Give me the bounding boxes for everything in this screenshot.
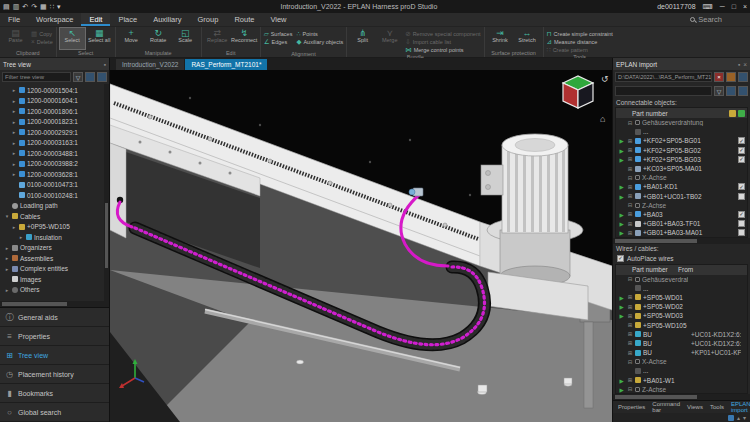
expander-icon[interactable]: ⊟ <box>627 120 633 126</box>
right-panel-tab[interactable]: EPLAN import <box>728 401 750 413</box>
wire-row[interactable]: ⊟ Z-Achse <box>616 385 747 393</box>
ribbon-button[interactable]: ⊓Create simple constraint <box>547 30 613 37</box>
wire-row[interactable]: ⊞ +SP05-WD03 <box>616 311 747 320</box>
place-arrow-icon[interactable] <box>618 183 625 190</box>
expander-icon[interactable]: ⊞ <box>627 304 633 310</box>
expander-icon[interactable]: ▸ <box>11 98 17 104</box>
expander-icon[interactable]: ⊞ <box>627 331 633 337</box>
wire-row[interactable]: ... <box>616 366 747 375</box>
expander-icon[interactable]: ▸ <box>4 287 10 293</box>
expander-icon[interactable]: ⊞ <box>627 184 633 190</box>
tree-horizontal-scrollbar[interactable] <box>0 301 109 307</box>
sidebar-nav-item[interactable]: ⓘ General aids <box>0 308 109 327</box>
expand-tree-icon[interactable] <box>726 86 736 96</box>
import-file-path[interactable]: D:\DATA\2022\...\RAS_Perform_MT2101.eb <box>615 72 712 82</box>
place-arrow-icon[interactable] <box>618 147 625 154</box>
wire-row[interactable]: ⊞ +BA01-W1 <box>616 376 747 385</box>
tree-item[interactable]: ▸ 1200-00001604:1 <box>0 96 109 107</box>
ribbon-button[interactable]: ⇩Import cable list <box>405 38 480 45</box>
tree-item[interactable]: ▸ Complex entities <box>0 264 109 275</box>
right-panel-tab[interactable]: Properties <box>615 404 648 410</box>
ribbon-button[interactable]: ⋈Merge control points <box>405 46 480 53</box>
place-arrow-icon[interactable] <box>618 303 625 310</box>
expander-icon[interactable]: ⊞ <box>627 377 633 383</box>
expander-icon[interactable]: ⊞ <box>627 147 633 153</box>
settings-icon[interactable] <box>738 86 748 96</box>
row-checkbox[interactable] <box>738 183 745 190</box>
connectable-row[interactable]: ⊟ Gehäuseverdrahtung <box>616 118 747 127</box>
ribbon-button[interactable]: ⇄Replace <box>205 28 230 49</box>
tree-item[interactable]: ▸ 1200-00003988:2 <box>0 159 109 170</box>
tree-item[interactable]: ▸ +0P95-WD105 <box>0 222 109 233</box>
ribbon-tab[interactable]: Workspace <box>28 13 81 26</box>
ribbon-button[interactable]: ⊿Measure distance <box>547 38 613 45</box>
quick-access-icon[interactable]: ▤ <box>3 3 10 10</box>
rotate-view-icon[interactable]: ↺ <box>601 74 609 84</box>
tree-item[interactable]: ▸ Others <box>0 285 109 296</box>
remove-import-icon[interactable]: × <box>714 72 724 82</box>
connectable-row[interactable]: ⊞ +BA01-KD1 <box>616 182 747 191</box>
expander-icon[interactable]: ▸ <box>4 245 10 251</box>
quick-access-icon[interactable]: ∷ <box>50 3 54 10</box>
connectable-row[interactable]: ⊞ +GB01+BA03-MA01 <box>616 228 747 236</box>
expander-icon[interactable]: ▸ <box>11 87 17 93</box>
ribbon-button[interactable]: ▤Paste <box>3 28 28 49</box>
place-arrow-icon[interactable] <box>618 377 625 384</box>
tree-item[interactable]: ▸ 1200-00001806:1 <box>0 106 109 117</box>
tree-item[interactable]: ▸ 1200-00001823:1 <box>0 117 109 128</box>
sidebar-nav-item[interactable]: ≡ Properties <box>0 327 109 346</box>
ribbon-button[interactable]: ⋔Split <box>350 28 375 53</box>
search-box[interactable]: Search <box>690 15 722 24</box>
ribbon-button[interactable]: +Move <box>119 28 144 49</box>
ribbon-button[interactable]: ⊘Remove special component <box>405 30 480 37</box>
viewport-3d[interactable]: ↺ ⌂ <box>110 70 612 422</box>
wire-row[interactable]: ... <box>616 284 747 293</box>
expander-icon[interactable]: ⊞ <box>627 350 633 356</box>
expander-icon[interactable]: ▸ <box>4 255 10 261</box>
place-arrow-icon[interactable] <box>618 137 625 144</box>
row-checkbox[interactable] <box>738 156 745 163</box>
tree-item[interactable]: ▸ Insulation <box>0 232 109 243</box>
connectable-row[interactable]: ⊞ +GB01+BA03-TF01 <box>616 219 747 228</box>
place-arrow-icon[interactable] <box>618 211 625 218</box>
ribbon-button[interactable]: ⋎Merge <box>377 28 402 53</box>
connectable-row[interactable]: ⊞ +KF02+SP05-BG03 <box>616 155 747 164</box>
ribbon-button[interactable]: ◆Auxiliary objects <box>296 38 343 45</box>
ribbon-button[interactable]: ∷Create pattern <box>547 46 613 53</box>
right-panel-tab[interactable]: Views <box>684 404 706 410</box>
right-panel-tab[interactable]: Command bar <box>649 401 683 413</box>
column-header-from[interactable]: From <box>678 266 693 273</box>
document-tab[interactable]: Introduction_V2022 <box>116 59 184 70</box>
refresh-import-icon[interactable] <box>726 72 736 82</box>
place-arrow-icon[interactable] <box>618 386 625 393</box>
document-tab[interactable]: RAS_Perform_MT2101* <box>185 59 267 70</box>
pin-icon[interactable]: ▪ <box>738 61 740 68</box>
expander-icon[interactable]: ⊟ <box>627 175 633 181</box>
connectable-row[interactable]: ⊟ Z-Achse <box>616 201 747 210</box>
row-checkbox[interactable] <box>738 147 745 154</box>
expander-icon[interactable]: ⊟ <box>627 386 633 392</box>
wire-row[interactable]: ⊟ X-Achse <box>616 357 747 366</box>
tree-vertical-scrollbar[interactable] <box>104 84 109 301</box>
wire-row[interactable]: ⊞ +SP05-WD105 <box>616 320 747 329</box>
connectable-row[interactable]: ⊞ +BA03 <box>616 210 747 219</box>
expander-icon[interactable]: ▸ <box>11 119 17 125</box>
sidebar-nav-item[interactable]: ○ Global search <box>0 403 109 422</box>
ribbon-button[interactable]: ∠Edges <box>264 38 293 45</box>
wires-hscrollbar[interactable] <box>613 394 750 400</box>
window-control-icon[interactable]: ⌨ <box>703 3 713 11</box>
tree-item[interactable]: ▸ Organizers <box>0 243 109 254</box>
expander-icon[interactable]: ⊞ <box>627 221 633 227</box>
sidebar-nav-item[interactable]: ⊞ Tree view <box>0 346 109 365</box>
expander-icon[interactable]: ⊞ <box>627 313 633 319</box>
wire-row[interactable]: ⊞ +SP05-WD02 <box>616 302 747 311</box>
ribbon-button[interactable]: ⇥Shrink <box>488 28 513 49</box>
filter-icon[interactable]: ▽ <box>73 72 83 82</box>
expander-icon[interactable]: ⊞ <box>627 193 633 199</box>
scroll-down-icon[interactable]: ▾ <box>743 414 746 421</box>
column-header-part-number[interactable]: Part number <box>618 110 727 117</box>
ribbon-button[interactable]: ◱Scale <box>173 28 198 49</box>
row-checkbox[interactable] <box>738 229 745 236</box>
row-checkbox[interactable] <box>738 137 745 144</box>
expander-icon[interactable]: ⊞ <box>627 322 633 328</box>
